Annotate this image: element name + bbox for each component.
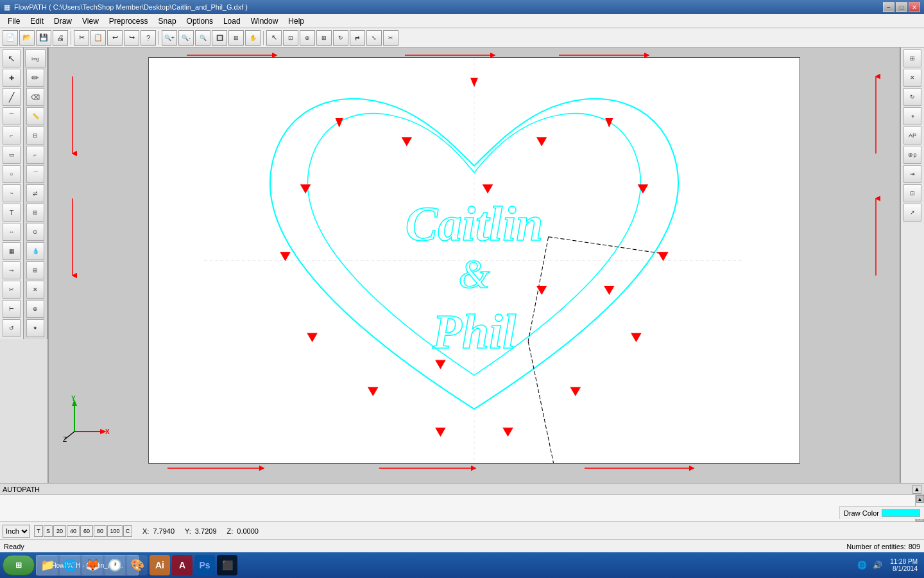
fontsize-C[interactable]: C	[123, 525, 132, 537]
output-scrollup[interactable]: ▲	[912, 485, 921, 494]
maximize-button[interactable]: □	[896, 2, 907, 12]
draw-color-swatch[interactable]	[882, 509, 920, 517]
menu-snap[interactable]: Snap	[153, 15, 182, 27]
fontsize-S[interactable]: S	[44, 525, 53, 537]
tool-select-arrow[interactable]: ↖	[3, 49, 21, 67]
taskbar-clock[interactable]: 11:28 PM 8/1/2014	[886, 558, 921, 572]
toolbar-zoom-all[interactable]: ⊞	[228, 30, 244, 46]
tool-offset[interactable]: ⊟	[26, 127, 44, 144]
tool-rect[interactable]: ▭	[3, 146, 21, 164]
close-button[interactable]: ✕	[909, 2, 920, 12]
minimize-button[interactable]: −	[883, 2, 894, 12]
tool-chamfer[interactable]: ⌒	[26, 165, 44, 183]
drawing-canvas[interactable]: Caitlin & Phil	[148, 57, 800, 464]
fontsize-40[interactable]: 40	[67, 525, 80, 537]
tool-break[interactable]: ⊸	[3, 261, 21, 279]
menu-preprocess[interactable]: Preprocess	[104, 15, 153, 27]
tool-measure[interactable]: 📏	[26, 107, 44, 125]
quicklaunch-illustrator[interactable]: Ai	[150, 555, 170, 575]
fontsize-T[interactable]: T	[34, 525, 43, 537]
tool-eyedrop[interactable]: 💧	[26, 242, 44, 260]
menu-help[interactable]: Help	[283, 15, 309, 27]
rtool-7[interactable]: ⇥	[903, 165, 921, 183]
rtool-5[interactable]: AP	[903, 127, 921, 144]
tool-spline[interactable]: ~	[3, 184, 21, 202]
quicklaunch-clock[interactable]: 🕐	[105, 555, 125, 575]
quicklaunch-terminal[interactable]: ⬛	[217, 555, 237, 575]
tool-array[interactable]: ⊞	[26, 204, 44, 222]
menu-options[interactable]: Options	[182, 15, 218, 27]
tool-eraser[interactable]: ⌫	[26, 88, 44, 106]
tool-tangent[interactable]: ⊞	[26, 261, 44, 279]
tool-line[interactable]: ╱	[3, 88, 21, 106]
rtool-2[interactable]: ✕	[903, 69, 921, 87]
tool-circle[interactable]: ○	[3, 165, 21, 183]
tool-rotate2[interactable]: ↺	[3, 319, 21, 337]
tool-zoom-pan[interactable]: ⊙	[26, 223, 44, 241]
tool-polyline[interactable]: ⌐	[3, 127, 21, 144]
quicklaunch-explorer[interactable]: 📁	[37, 555, 58, 575]
fontsize-20[interactable]: 20	[53, 525, 66, 537]
menu-view[interactable]: View	[77, 15, 104, 27]
tool-inch[interactable]: img	[25, 49, 46, 67]
toolbar-pan[interactable]: ✋	[245, 30, 261, 46]
tool-extra[interactable]: ✦	[26, 319, 44, 337]
toolbar-open[interactable]: 📂	[19, 30, 35, 46]
quicklaunch-photoshop[interactable]: Ps	[194, 555, 215, 575]
rtool-4[interactable]: ⌖	[903, 107, 921, 125]
toolbar-mirror[interactable]: ⇄	[350, 30, 365, 46]
tool-intersect[interactable]: ✕	[26, 281, 44, 299]
tray-network[interactable]: 🌐	[855, 559, 868, 572]
toolbar-print[interactable]: 🖨	[53, 30, 68, 46]
tool-node-edit[interactable]: ✚	[3, 69, 21, 87]
fontsize-60[interactable]: 60	[80, 525, 93, 537]
tool-snap[interactable]: ⊕	[26, 300, 44, 318]
toolbar-zoom-fit[interactable]: 🔍	[195, 30, 210, 46]
quicklaunch-paint[interactable]: 🎨	[127, 555, 148, 575]
rtool-6[interactable]: ⊕p	[903, 146, 921, 164]
toolbar-trim[interactable]: ✂	[383, 30, 398, 46]
toolbar-scale[interactable]: ⤡	[366, 30, 382, 46]
toolbar-cut[interactable]: ✂	[74, 30, 89, 46]
menu-file[interactable]: File	[3, 15, 25, 27]
rtool-3[interactable]: ↻	[903, 88, 921, 106]
toolbar-new[interactable]: 📄	[3, 30, 18, 46]
toolbar-undo[interactable]: ↩	[107, 30, 123, 46]
tool-pencil[interactable]: ✏	[26, 69, 44, 87]
tool-arc[interactable]: ⌒	[3, 107, 21, 125]
toolbar-redo[interactable]: ↪	[124, 30, 139, 46]
quicklaunch-firefox[interactable]: 🦊	[82, 555, 103, 575]
rtool-1[interactable]: ⊞	[903, 49, 921, 67]
menu-edit[interactable]: Edit	[25, 15, 49, 27]
toolbar-zoom-window[interactable]: 🔲	[212, 30, 227, 46]
tool-dimension[interactable]: ↔	[3, 223, 21, 241]
scroll-up-btn[interactable]: ▲	[916, 495, 924, 503]
menu-draw[interactable]: Draw	[49, 15, 77, 27]
toolbar-copy[interactable]: 📋	[90, 30, 106, 46]
toolbar-zoom-in[interactable]: 🔍+	[162, 30, 177, 46]
toolbar-select2[interactable]: ⊡	[283, 30, 298, 46]
toolbar-zoom-out[interactable]: 🔍-	[178, 30, 194, 46]
fontsize-100[interactable]: 100	[107, 525, 123, 537]
tool-fillet[interactable]: ⌐	[26, 146, 44, 164]
fontsize-80[interactable]: 80	[94, 525, 107, 537]
menu-window[interactable]: Window	[246, 15, 284, 27]
menu-load[interactable]: Load	[218, 15, 246, 27]
canvas-area[interactable]: Caitlin & Phil	[49, 48, 900, 483]
toolbar-select[interactable]: ↖	[266, 30, 282, 46]
unit-select[interactable]: Inch MM	[3, 525, 30, 538]
toolbar-node[interactable]: ⊕	[300, 30, 315, 46]
start-button[interactable]: ⊞	[3, 555, 35, 575]
rtool-9[interactable]: ↗	[903, 204, 921, 222]
tool-trim2[interactable]: ✂	[3, 281, 21, 299]
quicklaunch-autocad[interactable]: A	[172, 555, 193, 575]
rtool-8[interactable]: ⊡	[903, 184, 921, 202]
toolbar-rotate[interactable]: ↻	[333, 30, 348, 46]
tool-text[interactable]: T	[3, 204, 21, 222]
toolbar-help[interactable]: ?	[141, 30, 156, 46]
toolbar-save[interactable]: 💾	[36, 30, 51, 46]
tool-mirror2[interactable]: ⇌	[26, 184, 44, 202]
toolbar-move[interactable]: ⊞	[316, 30, 332, 46]
quicklaunch-chrome[interactable]: 🌐	[60, 555, 80, 575]
tray-sound[interactable]: 🔊	[871, 559, 884, 572]
